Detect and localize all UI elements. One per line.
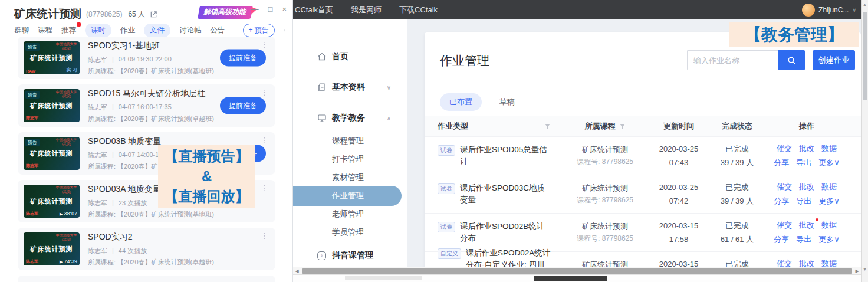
course-name: 矿床统计预测 xyxy=(561,145,649,155)
sidebar-item-material-mgmt[interactable]: 素材管理 xyxy=(293,168,402,188)
more-link[interactable]: 更多∨ xyxy=(818,158,840,168)
grade-link[interactable]: 批改 xyxy=(799,182,814,192)
search-button[interactable] xyxy=(778,50,805,70)
horizontal-scrollbar[interactable]: ◀ ▶ xyxy=(293,267,861,275)
export-link[interactable]: 导出 xyxy=(796,196,811,206)
sidebar-item-teacher-mgmt[interactable]: 老师管理 xyxy=(293,204,402,224)
play-icon: ▶ xyxy=(60,260,63,264)
add-forecast-button[interactable]: + 预告 xyxy=(243,24,275,37)
filter-icon[interactable] xyxy=(619,123,626,130)
table-row: 试卷 课后作业SPOD03C地质变量 矿床统计预测 课程号: 87798625 … xyxy=(425,175,861,213)
share-link[interactable]: 分享 xyxy=(774,196,789,206)
teacher-name: 陈志军 xyxy=(88,199,107,208)
lesson-card[interactable]: 中国地质大学(武汉) 矿床统计预测 陈志军 ▶74:39 SPOD实习2 陈志军… xyxy=(18,228,275,270)
share-link[interactable]: 分享 xyxy=(774,158,789,168)
lesson-card[interactable]: 预告 中国地质大学(武汉) 矿床统计预测 陈志军 SPOD15 马尔可夫链分析地… xyxy=(18,84,275,127)
urge-link[interactable]: 催交 xyxy=(777,143,792,154)
maximize-button[interactable]: □ xyxy=(268,5,273,14)
tab-homework[interactable]: 作业 xyxy=(120,25,135,35)
scroll-left-icon[interactable]: ◀ xyxy=(293,268,301,274)
thumb-footer: 陈志军 xyxy=(26,115,77,121)
scroll-down-icon[interactable]: ▼ xyxy=(862,267,868,271)
kebab-menu-icon[interactable]: ⋮ xyxy=(261,136,268,145)
tab-group-chat[interactable]: 群聊 xyxy=(14,25,29,35)
data-link[interactable]: 数据 xyxy=(821,182,837,192)
teacher-name: 陈志军 xyxy=(88,55,107,64)
user-menu[interactable]: ZhijunC... ∨ xyxy=(802,4,856,17)
search-group xyxy=(687,50,805,70)
nav-teacher[interactable]: 我是网师 xyxy=(351,5,382,15)
create-homework-button[interactable]: 创建作业 xyxy=(813,50,855,70)
lesson-card-partial[interactable] xyxy=(18,276,275,282)
kebab-menu-icon[interactable]: ⋮ xyxy=(261,183,268,192)
sidebar-item-teaching[interactable]: 教学教务 ∧ xyxy=(293,107,407,129)
course-number: 课程号: 87798625 xyxy=(561,195,649,205)
tab-files[interactable]: 文件 xyxy=(144,24,170,37)
grade-link[interactable]: 批改 xyxy=(799,143,814,154)
urge-link[interactable]: 催交 xyxy=(777,220,792,231)
prepare-button[interactable]: 提前准备 xyxy=(220,50,266,67)
tab-assigned[interactable]: 已布置 xyxy=(440,93,482,111)
avatar[interactable] xyxy=(802,4,815,17)
unlock-premium-badge[interactable]: 解锁高级功能 xyxy=(198,6,253,19)
lesson-thumbnail: 预告 中国地质大学(武汉) 矿床统计预测 陈志军 xyxy=(24,137,80,170)
kebab-menu-icon[interactable]: ⋮ xyxy=(261,231,268,240)
data-link[interactable]: 数据 xyxy=(821,143,837,154)
status-cell: 已完成 61 / 61 人 xyxy=(709,220,765,245)
gear-icon[interactable] xyxy=(284,25,285,35)
kebab-menu-icon[interactable]: ⋮ xyxy=(261,40,268,49)
scroll-up-icon[interactable]: ▲ xyxy=(862,2,868,6)
col-label: 所属课程 xyxy=(585,121,616,132)
kebab-menu-icon[interactable]: ⋮ xyxy=(261,88,268,97)
grade-link[interactable]: 批改 xyxy=(799,220,814,231)
scrollbar-thumb[interactable] xyxy=(302,268,852,274)
minimize-button[interactable]: — xyxy=(251,5,259,14)
scroll-right-icon[interactable]: ▶ xyxy=(853,268,861,274)
tab-announcement[interactable]: 公告 xyxy=(211,25,225,35)
course-cell: 矿床统计预测 课程号: 87798625 xyxy=(561,145,649,167)
close-button[interactable]: × xyxy=(282,5,287,14)
table-header: 作业类型 所属课程 更新时间 完成状态 操作 xyxy=(425,116,861,136)
export-link[interactable]: 导出 xyxy=(796,234,811,245)
homework-title[interactable]: 课后作业SPOD02B统计分布 xyxy=(460,221,551,245)
nav-cctalk-home[interactable]: CCtalk首页 xyxy=(295,5,333,15)
data-link[interactable]: 数据 xyxy=(821,220,837,231)
search-input[interactable] xyxy=(687,50,778,70)
homework-title[interactable]: 课后作业SPOD03C地质变量 xyxy=(460,182,551,206)
sidebar-sub-label: 作业管理 xyxy=(332,191,364,201)
sidebar-item-home[interactable]: 首页 xyxy=(293,46,407,67)
music-note-icon: ♪ xyxy=(320,253,323,258)
external-link-icon[interactable] xyxy=(150,11,157,18)
filter-icon[interactable] xyxy=(544,123,551,130)
homework-title[interactable]: 课后作业SPOD05总量估计 xyxy=(460,144,551,168)
export-link[interactable]: 导出 xyxy=(796,158,811,168)
type-badge: 试卷 xyxy=(438,222,455,232)
scrollbar-thumb[interactable] xyxy=(863,12,867,100)
prepare-button[interactable]: 提前准备 xyxy=(220,97,266,114)
sidebar-item-course-mgmt[interactable]: 课程管理 xyxy=(293,131,402,151)
sidebar-item-student-mgmt[interactable]: 学员管理 xyxy=(293,222,402,242)
lesson-card[interactable]: 预告 中国地质大学(武汉) 矿床统计预测 RAW 实 习 SPOD实习1-基地班… xyxy=(18,37,275,79)
course-name: 矿床统计预测 xyxy=(561,221,649,232)
share-link[interactable]: 分享 xyxy=(774,234,789,245)
forecast-tag: 预告 xyxy=(25,91,40,99)
sidebar-item-douyin-mgmt[interactable]: ♪ 抖音课管理 xyxy=(293,245,407,266)
meta-separator: | xyxy=(112,103,114,112)
more-link[interactable]: 更多∨ xyxy=(818,234,840,245)
annotation-admin: 【教务管理】 xyxy=(729,22,859,47)
sidebar-item-checkin-mgmt[interactable]: 打卡管理 xyxy=(293,149,402,169)
sidebar-item-homework-mgmt[interactable]: 作业管理 xyxy=(293,186,402,206)
tab-lessons[interactable]: 课时 xyxy=(85,24,111,37)
tab-draft[interactable]: 草稿 xyxy=(499,97,515,107)
video-duration: ▶74:39 xyxy=(60,258,77,264)
sidebar-item-basic-info[interactable]: 基本资料 ∨ xyxy=(293,77,407,98)
vertical-scrollbar[interactable]: ▲ ▼ xyxy=(861,0,868,282)
tab-recommend[interactable]: 推荐 xyxy=(61,25,76,35)
tab-courses[interactable]: 课程 xyxy=(38,25,52,35)
tab-forum[interactable]: 讨论帖 xyxy=(179,25,202,35)
more-link[interactable]: 更多∨ xyxy=(818,196,840,206)
nav-download[interactable]: 下载CCtalk xyxy=(399,5,438,15)
thumb-footer: RAW 实 习 xyxy=(26,67,77,73)
urge-link[interactable]: 催交 xyxy=(777,182,792,192)
thumb-university: 中国地质大学(武汉) xyxy=(54,90,78,99)
